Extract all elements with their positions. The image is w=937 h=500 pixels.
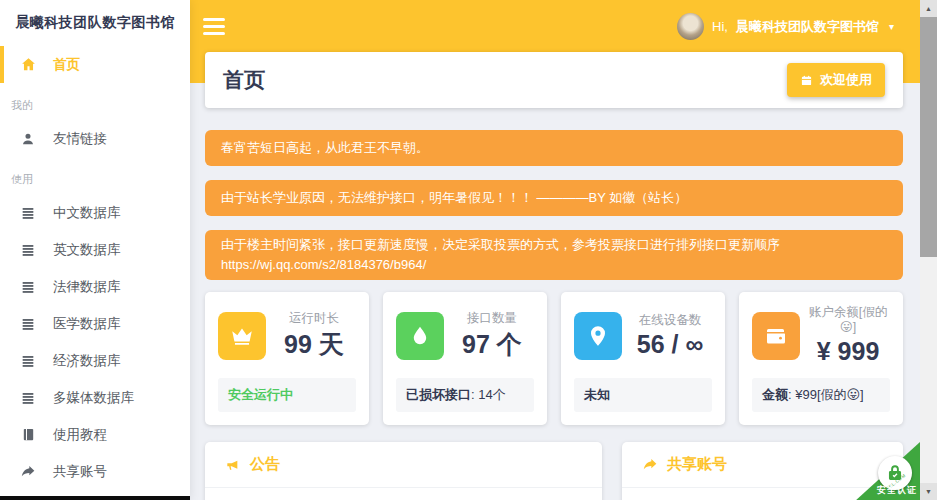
- sidebar-item-db-law[interactable]: 法律数据库: [0, 268, 190, 305]
- bottom-panels: 公告 晨曦科技团队数字图书馆 通知 共享账号: [205, 442, 903, 500]
- stat-value: ¥ 999: [806, 337, 890, 366]
- sidebar-item-db-multimedia[interactable]: 多媒体数据库: [0, 379, 190, 416]
- announcement-panel-header: 公告: [205, 442, 602, 488]
- sidebar-section-mine: 我的: [11, 98, 190, 113]
- list-icon: [19, 204, 37, 222]
- stat-label: 运行时长: [272, 311, 356, 326]
- notice-text: 由于站长学业原因，无法维护接口，明年暑假见！！！ ————BY 如徽（站长）: [221, 189, 687, 207]
- stats-row: 运行时长 99 天 安全运行中 接口数量 97 个: [205, 292, 903, 425]
- sidebar-item-label: 中文数据库: [53, 204, 121, 222]
- list-icon: [19, 315, 37, 333]
- sidebar-item-label: 英文数据库: [53, 241, 121, 259]
- stat-footer: 安全运行中: [218, 378, 356, 412]
- stat-footer: 未知: [574, 378, 712, 412]
- stat-card-uptime: 运行时长 99 天 安全运行中: [205, 292, 369, 425]
- share-icon: [642, 457, 658, 473]
- sidebar-item-shared-account[interactable]: 共享账号: [0, 453, 190, 490]
- sidebar-item-friend-links[interactable]: 友情链接: [0, 120, 190, 157]
- stat-footer: 金额: ¥99[假的😛]: [752, 378, 890, 412]
- welcome-button-label: 欢迎使用: [820, 71, 872, 89]
- sidebar-item-db-chinese[interactable]: 中文数据库: [0, 194, 190, 231]
- menu-icon[interactable]: [203, 18, 225, 35]
- sidebar-item-label: 使用教程: [53, 426, 107, 444]
- sidebar-item-label: 友情链接: [53, 130, 107, 148]
- page-title: 首页: [223, 66, 265, 94]
- list-icon: [19, 389, 37, 407]
- user-menu[interactable]: Hi, 晨曦科技团队数字图书馆 ▾: [677, 13, 894, 40]
- sidebar-item-db-economics[interactable]: 经济数据库: [0, 342, 190, 379]
- notice-banner-2: 由于站长学业原因，无法维护接口，明年暑假见！！！ ————BY 如徽（站长）: [205, 180, 903, 216]
- book-icon: [19, 426, 37, 444]
- sidebar-brand-title: 晨曦科技团队数字图书馆: [0, 0, 190, 46]
- sidebar-item-label: 医学数据库: [53, 315, 121, 333]
- bottom-edge-strip: [0, 496, 190, 500]
- wallet-icon: [752, 312, 800, 360]
- sidebar-item-db-medical[interactable]: 医学数据库: [0, 305, 190, 342]
- sidebar-item-db-english[interactable]: 英文数据库: [0, 231, 190, 268]
- sidebar-item-label: 共享账号: [53, 463, 107, 481]
- page-header-card: 首页 欢迎使用: [205, 52, 903, 108]
- greeting-text: Hi,: [712, 19, 728, 34]
- notice-text: 春宵苦短日高起，从此君王不早朝。: [221, 139, 429, 157]
- stat-value: 97 个: [450, 328, 534, 361]
- sidebar-section-use: 使用: [11, 172, 190, 187]
- scrollbar-thumb[interactable]: [920, 17, 937, 257]
- badge-label: 安全认证: [877, 484, 917, 497]
- notice-text: 由于楼主时间紧张，接口更新速度慢，决定采取投票的方式，参考投票接口进行排列接口更…: [221, 235, 780, 255]
- stat-value: 56 / ∞: [628, 330, 712, 359]
- shared-account-panel-title: 共享账号: [667, 455, 727, 474]
- notice-banner-1: 春宵苦短日高起，从此君王不早朝。: [205, 130, 903, 166]
- stat-footer: 已损坏接口: 14个: [396, 378, 534, 412]
- calendar-icon: [800, 74, 813, 87]
- scroll-up-icon[interactable]: ▲: [920, 0, 937, 17]
- ssl-certification-badge[interactable]: MYSSL.COM 安全认证: [844, 442, 920, 500]
- username: 晨曦科技团队数字图书馆: [736, 18, 879, 36]
- sidebar-item-label: 多媒体数据库: [53, 389, 134, 407]
- vertical-scrollbar: ▲ ▼: [920, 0, 937, 500]
- page-content: 首页 欢迎使用 春宵苦短日高起，从此君王不早朝。 由于站长学业原因，无法维护接口…: [205, 52, 903, 500]
- megaphone-icon: [225, 457, 241, 473]
- list-icon: [19, 278, 37, 296]
- stat-label: 在线设备数: [628, 313, 712, 328]
- droplet-icon: [396, 312, 444, 360]
- stat-label: 接口数量: [450, 311, 534, 326]
- survey-link[interactable]: https://wj.qq.com/s2/8184376/b964/: [221, 255, 426, 275]
- avatar: [677, 13, 704, 40]
- stat-card-online-devices: 在线设备数 56 / ∞ 未知: [561, 292, 725, 425]
- welcome-button[interactable]: 欢迎使用: [787, 63, 885, 97]
- list-icon: [19, 241, 37, 259]
- notice-banner-3: 由于楼主时间紧张，接口更新速度慢，决定采取投票的方式，参考投票接口进行排列接口更…: [205, 230, 903, 280]
- main-area: Hi, 晨曦科技团队数字图书馆 ▾ 首页 欢迎使用 春宵苦短日高起，从此君王不早…: [190, 0, 920, 500]
- stat-card-api-count: 接口数量 97 个 已损坏接口: 14个: [383, 292, 547, 425]
- user-icon: [19, 130, 37, 148]
- sidebar-item-label: 首页: [53, 56, 80, 74]
- sidebar-item-label: 经济数据库: [53, 352, 121, 370]
- crown-icon: [218, 312, 266, 360]
- home-icon: [19, 56, 37, 74]
- sidebar-item-home[interactable]: 首页: [0, 46, 190, 83]
- chevron-down-icon: ▾: [889, 21, 894, 32]
- announcement-panel-title: 公告: [250, 455, 280, 474]
- sidebar-item-tutorial[interactable]: 使用教程: [0, 416, 190, 453]
- map-pin-icon: [574, 312, 622, 360]
- scroll-down-icon[interactable]: ▼: [920, 483, 937, 500]
- announcement-panel: 公告 晨曦科技团队数字图书馆 通知: [205, 442, 602, 500]
- share-icon: [19, 463, 37, 481]
- stat-value: 99 天: [272, 328, 356, 361]
- stat-card-balance: 账户余额[假的😛] ¥ 999 金额: ¥99[假的😛]: [739, 292, 903, 425]
- stat-label: 账户余额[假的😛]: [806, 305, 890, 335]
- sidebar: 晨曦科技团队数字图书馆 首页 我的 友情链接 使用 中文数据库 英文数据库 法律…: [0, 0, 190, 500]
- list-icon: [19, 352, 37, 370]
- sidebar-item-label: 法律数据库: [53, 278, 121, 296]
